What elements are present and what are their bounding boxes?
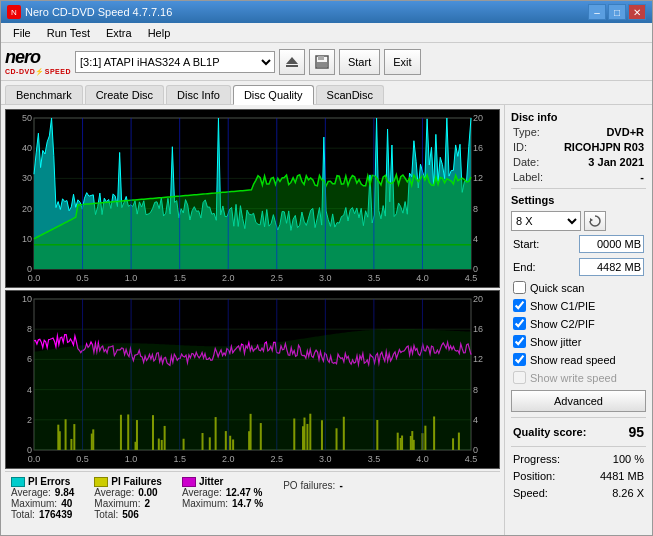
- close-button[interactable]: ✕: [628, 4, 646, 20]
- po-failures-row: PO failures: -: [283, 480, 343, 491]
- tabs-bar: Benchmark Create Disc Disc Info Disc Qua…: [1, 81, 652, 105]
- read-speed-row: Show read speed: [511, 352, 646, 367]
- divider-3: [511, 446, 646, 447]
- pi-errors-color: [11, 477, 25, 487]
- charts-area: PI Errors Average: 9.84 Maximum: 40: [1, 105, 504, 535]
- jitter-stats: Average: 12.47 % Maximum: 14.7 %: [182, 487, 263, 509]
- quick-scan-checkbox[interactable]: [513, 281, 526, 294]
- tab-disc-quality[interactable]: Disc Quality: [233, 85, 314, 105]
- jitter-title: Jitter: [182, 476, 263, 487]
- divider-1: [511, 188, 646, 189]
- nero-logo: nero CD-DVD⚡SPEED: [5, 48, 71, 75]
- jitter-color: [182, 477, 196, 487]
- window-title: Nero CD-DVD Speed 4.7.7.16: [25, 6, 172, 18]
- c1pie-row: Show C1/PIE: [511, 298, 646, 313]
- c2pif-row: Show C2/PIF: [511, 316, 646, 331]
- jitter-row: Show jitter: [511, 334, 646, 349]
- app-icon: N: [7, 5, 21, 19]
- title-bar-left: N Nero CD-DVD Speed 4.7.7.16: [7, 5, 172, 19]
- disc-type-row: Type: DVD+R: [511, 126, 646, 138]
- start-row: Start:: [511, 234, 646, 254]
- chart-pi-failures: [5, 290, 500, 469]
- title-bar-buttons: – □ ✕: [588, 4, 646, 20]
- title-bar: N Nero CD-DVD Speed 4.7.7.16 – □ ✕: [1, 1, 652, 23]
- menu-bar: File Run Test Extra Help: [1, 23, 652, 43]
- chart-pi-errors: [5, 109, 500, 288]
- legend-jitter: Jitter Average: 12.47 % Maximum: 14.7 %: [182, 476, 263, 520]
- save-icon: [315, 55, 329, 69]
- main-window: N Nero CD-DVD Speed 4.7.7.16 – □ ✕ File …: [0, 0, 653, 536]
- pi-errors-stats: Average: 9.84 Maximum: 40 Total: 176439: [11, 487, 74, 520]
- disc-info-title: Disc info: [511, 111, 646, 123]
- c1pie-checkbox[interactable]: [513, 299, 526, 312]
- speed-select[interactable]: 8 X: [511, 211, 581, 231]
- eject-button[interactable]: [279, 49, 305, 75]
- pi-failures-title: PI Failures: [94, 476, 162, 487]
- read-speed-checkbox[interactable]: [513, 353, 526, 366]
- minimize-button[interactable]: –: [588, 4, 606, 20]
- position-row: Position: 4481 MB: [511, 469, 646, 483]
- svg-rect-3: [318, 56, 324, 60]
- write-speed-row: Show write speed: [511, 370, 646, 385]
- end-row: End:: [511, 257, 646, 277]
- divider-2: [511, 417, 646, 418]
- pi-failures-color: [94, 477, 108, 487]
- tab-create-disc[interactable]: Create Disc: [85, 85, 164, 104]
- quick-scan-row: Quick scan: [511, 280, 646, 295]
- disc-date-row: Date: 3 Jan 2021: [511, 156, 646, 168]
- pi-failures-stats: Average: 0.00 Maximum: 2 Total: 506: [94, 487, 162, 520]
- refresh-button[interactable]: [584, 211, 606, 231]
- svg-marker-0: [286, 57, 298, 64]
- tab-benchmark[interactable]: Benchmark: [5, 85, 83, 104]
- menu-extra[interactable]: Extra: [98, 25, 140, 41]
- nero-brand-text: nero: [5, 48, 71, 68]
- eject-icon: [285, 55, 299, 69]
- pi-errors-title: PI Errors: [11, 476, 74, 487]
- progress-row: Progress: 100 %: [511, 452, 646, 466]
- legend-columns: PI Errors Average: 9.84 Maximum: 40: [11, 476, 494, 520]
- quality-score-row: Quality score: 95: [511, 423, 646, 441]
- quality-score-value: 95: [628, 424, 644, 440]
- svg-rect-1: [286, 65, 298, 67]
- svg-marker-5: [590, 218, 593, 222]
- legend-po-failures: PO failures: -: [283, 476, 343, 520]
- save-button[interactable]: [309, 49, 335, 75]
- refresh-icon: [589, 215, 601, 227]
- exit-button[interactable]: Exit: [384, 49, 420, 75]
- disc-label-row: Label: -: [511, 171, 646, 183]
- advanced-button[interactable]: Advanced: [511, 390, 646, 412]
- sidebar: Disc info Type: DVD+R ID: RICOHJPN R03 D…: [504, 105, 652, 535]
- jitter-checkbox[interactable]: [513, 335, 526, 348]
- menu-file[interactable]: File: [5, 25, 39, 41]
- legend-pi-errors: PI Errors Average: 9.84 Maximum: 40: [11, 476, 74, 520]
- menu-run-test[interactable]: Run Test: [39, 25, 98, 41]
- speed-row-quality: Speed: 8.26 X: [511, 486, 646, 500]
- toolbar: nero CD-DVD⚡SPEED [3:1] ATAPI iHAS324 A …: [1, 43, 652, 81]
- legend-area: PI Errors Average: 9.84 Maximum: 40: [5, 471, 500, 531]
- settings-title: Settings: [511, 194, 646, 206]
- speed-row: 8 X: [511, 211, 646, 231]
- end-input[interactable]: [579, 258, 644, 276]
- write-speed-checkbox: [513, 371, 526, 384]
- start-input[interactable]: [579, 235, 644, 253]
- main-content: PI Errors Average: 9.84 Maximum: 40: [1, 105, 652, 535]
- c2pif-checkbox[interactable]: [513, 317, 526, 330]
- drive-select[interactable]: [3:1] ATAPI iHAS324 A BL1P: [75, 51, 275, 73]
- start-button[interactable]: Start: [339, 49, 380, 75]
- svg-rect-4: [317, 62, 327, 67]
- tab-scan-disc[interactable]: ScanDisc: [316, 85, 384, 104]
- menu-help[interactable]: Help: [140, 25, 179, 41]
- tab-disc-info[interactable]: Disc Info: [166, 85, 231, 104]
- disc-id-row: ID: RICOHJPN R03: [511, 141, 646, 153]
- maximize-button[interactable]: □: [608, 4, 626, 20]
- cd-dvd-speed-text: CD-DVD⚡SPEED: [5, 68, 71, 76]
- legend-pi-failures: PI Failures Average: 0.00 Maximum: 2: [94, 476, 162, 520]
